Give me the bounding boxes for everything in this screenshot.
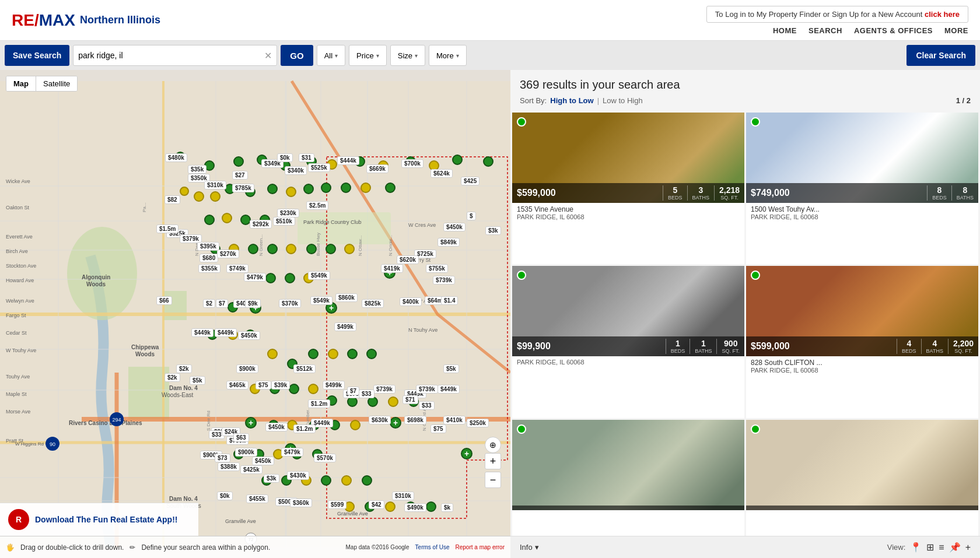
main-content: Park Ridge Country Club Wicke Ave Oakton…	[0, 70, 980, 558]
svg-text:294: 294	[112, 417, 121, 423]
nav-more[interactable]: MORE	[944, 26, 968, 35]
info-label: Info	[520, 543, 533, 552]
sort-low-high-link[interactable]: Low to High	[603, 96, 643, 105]
login-banner[interactable]: To Log in to My Property Finder or Sign …	[706, 6, 968, 23]
stat-label-sqft: SQ. FT.	[720, 195, 738, 201]
listing-image: $599,000 4 BEDS 4 BATHS 2,200	[746, 266, 978, 356]
view-controls: View: 📍 ⊞ ≡ 📌 +	[887, 542, 971, 553]
svg-text:Rivers Casino Des Plaines: Rivers Casino Des Plaines	[69, 420, 142, 426]
listing-image	[512, 420, 744, 510]
svg-text:90: 90	[50, 441, 55, 447]
listing-address: 1500 West Touhy Av... PARK RIDGE, IL 600…	[746, 203, 978, 223]
svg-text:Cedar St: Cedar St	[6, 330, 27, 336]
listing-card[interactable]: $99,900 1 BEDS 1 BATHS 900	[512, 266, 744, 417]
search-bar: Save Search ✕ GO All ▾ Price ▾ Size ▾ Mo…	[0, 41, 980, 70]
svg-text:W Touhy Ave: W Touhy Ave	[6, 348, 36, 353]
filter-more-arrow: ▾	[456, 52, 459, 59]
stat-sqft: 2,200 SQ. FT.	[948, 339, 974, 354]
listing-card[interactable]: $749,000 8 BEDS 8 BATHS	[746, 113, 978, 264]
listing-info-bar: $599,000 5 BEDS 3 BATHS 2,218	[512, 183, 744, 203]
svg-text:Park Ridge Country Club: Park Ridge Country Club	[303, 219, 362, 225]
svg-text:Algonquin: Algonquin	[82, 274, 110, 280]
listing-info-bar: $599,000 4 BEDS 4 BATHS 2,200	[746, 336, 978, 356]
svg-text:Dam No. 4: Dam No. 4	[169, 385, 198, 391]
filter-more-button[interactable]: More ▾	[429, 45, 467, 66]
sort-label: Sort By:	[520, 96, 547, 105]
map-polygon-icon: ✏	[130, 543, 135, 552]
map-report[interactable]: Report a map error	[456, 544, 505, 550]
filter-all-button[interactable]: All ▾	[317, 45, 345, 66]
svg-text:Busse Hwy: Busse Hwy	[316, 233, 321, 256]
stat-label-beds: BEDS	[668, 195, 682, 201]
listing-address: 828 South CLIFTON ... PARK RIDGE, IL 600…	[746, 356, 978, 376]
info-chevron: ▾	[535, 543, 539, 552]
clear-search-button[interactable]: Clear Search	[907, 45, 975, 66]
svg-text:S Cumber...: S Cumber...	[305, 406, 310, 431]
svg-text:Dam No. 4: Dam No. 4	[169, 496, 198, 502]
listing-stats: 4 BEDS 4 BATHS 2,200 SQ. FT.	[897, 339, 974, 354]
stat-label-baths: BATHS	[695, 348, 712, 354]
stat-label-beds: BEDS	[932, 195, 947, 201]
view-add-button[interactable]: +	[965, 542, 971, 553]
filter-size-button[interactable]: Size ▾	[390, 45, 425, 66]
listing-city: PARK RIDGE, IL 60068	[751, 213, 974, 220]
stat-value-baths: 1	[701, 339, 706, 348]
results-header: 369 results in your search area Sort By:…	[510, 70, 980, 111]
login-link[interactable]: click here	[925, 10, 960, 19]
filter-price-arrow: ▾	[376, 52, 379, 59]
main-nav: HOME SEARCH AGENTS & OFFICES MORE	[773, 26, 968, 35]
listing-card[interactable]: $599,000 5 BEDS 3 BATHS 2,218	[512, 113, 744, 264]
results-panel: 369 results in your search area Sort By:…	[510, 70, 980, 558]
go-button[interactable]: GO	[281, 45, 313, 66]
stat-label-sqft: SQ. FT.	[954, 348, 972, 354]
map-container[interactable]: Park Ridge Country Club Wicke Ave Oakton…	[0, 70, 510, 558]
listing-price: $749,000	[751, 188, 790, 198]
zoom-out-button[interactable]: −	[485, 472, 501, 488]
listing-card[interactable]: $599,000 4 BEDS 4 BATHS 2,200	[746, 266, 978, 417]
view-list-button[interactable]: ≡	[939, 542, 944, 553]
map-toggle-satellite[interactable]: Satellite	[36, 76, 77, 91]
map-toggle-map[interactable]: Map	[6, 76, 36, 91]
listing-status-dot	[751, 117, 760, 127]
save-search-button[interactable]: Save Search	[5, 45, 69, 66]
compass-button[interactable]: ⊕	[485, 437, 501, 453]
stat-value-sqft: 2,200	[953, 339, 974, 348]
search-clear-button[interactable]: ✕	[264, 50, 272, 61]
listings-grid: $599,000 5 BEDS 3 BATHS 2,218	[510, 111, 980, 558]
svg-text:Touhy Ave: Touhy Ave	[6, 374, 30, 380]
svg-text:Welwyn Ave: Welwyn Ave	[6, 298, 34, 304]
svg-text:Touhy Ave: Touhy Ave	[408, 298, 432, 304]
view-label: View:	[887, 543, 906, 552]
view-map-pin-button[interactable]: 📍	[910, 542, 922, 553]
stat-beds: 1 BEDS	[666, 339, 685, 354]
info-button[interactable]: Info ▾	[520, 543, 539, 552]
listing-status-dot	[517, 271, 526, 280]
search-input[interactable]	[78, 51, 264, 60]
nav-agents[interactable]: AGENTS & OFFICES	[854, 26, 933, 35]
svg-text:Woods: Woods	[86, 281, 106, 287]
svg-text:Oakton St: Oakton St	[6, 205, 30, 210]
listing-status-dot	[517, 117, 526, 127]
stat-baths: 3 BATHS	[687, 185, 709, 201]
filter-price-button[interactable]: Price ▾	[349, 45, 387, 66]
stat-label-beds: BEDS	[902, 348, 916, 354]
map-polygon-hint: Define your search area within a polygon…	[141, 543, 270, 552]
zoom-in-button[interactable]: +	[485, 453, 501, 469]
nav-home[interactable]: HOME	[773, 26, 797, 35]
map-terms[interactable]: Terms of Use	[415, 544, 450, 550]
listing-address: PARK RIDGE, IL 60068	[512, 356, 744, 368]
bottom-bar: Info ▾ View: 📍 ⊞ ≡ 📌 +	[510, 536, 980, 558]
map-view-toggle: Map Satellite	[6, 76, 78, 92]
svg-point-1	[67, 227, 137, 320]
stat-sqft: 900 SQ. FT.	[716, 339, 740, 354]
view-grid-button[interactable]: ⊞	[926, 542, 934, 553]
nav-search[interactable]: SEARCH	[808, 26, 842, 35]
sort-high-low-link[interactable]: High to Low	[550, 96, 593, 105]
app-download-banner[interactable]: R Download The Fun Real Estate App!!	[0, 503, 198, 536]
app-icon: R	[8, 509, 29, 530]
view-pin2-button[interactable]: 📌	[949, 542, 961, 553]
svg-text:Howard Ave: Howard Ave	[6, 278, 34, 283]
svg-text:Granville Ave: Granville Ave	[225, 518, 256, 524]
svg-text:N Oriole...: N Oriole...	[388, 235, 393, 256]
listing-city: PARK RIDGE, IL 60068	[751, 367, 974, 374]
